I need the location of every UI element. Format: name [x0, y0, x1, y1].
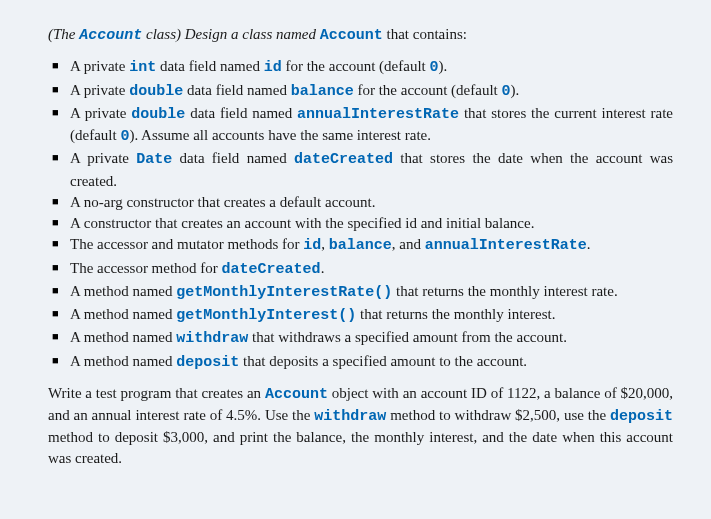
text-segment: A method named — [70, 283, 176, 299]
list-item: A private int data field named id for th… — [48, 56, 673, 78]
text-segment: for the account (default — [282, 58, 430, 74]
code-token: deposit — [610, 408, 673, 425]
intro-classname-1: Account — [79, 27, 142, 44]
code-token: Account — [265, 386, 328, 403]
code-token: dateCreated — [222, 261, 321, 278]
code-token: annualInterestRate — [297, 106, 459, 123]
code-token: 0 — [502, 83, 511, 100]
code-token: withdraw — [176, 330, 248, 347]
text-segment: method to withdraw $2,500, use the — [386, 407, 610, 423]
text-segment: ). — [511, 82, 520, 98]
code-token: deposit — [176, 354, 239, 371]
code-token: balance — [291, 83, 354, 100]
text-segment: ). — [439, 58, 448, 74]
intro-mid: class) Design a class named — [142, 26, 319, 42]
code-token: withdraw — [314, 408, 386, 425]
code-token: id — [303, 237, 321, 254]
intro-open: (The — [48, 26, 79, 42]
text-segment: data field named — [156, 58, 263, 74]
list-item: A no-arg constructor that creates a defa… — [48, 192, 673, 212]
text-segment: The accessor and mutator methods for — [70, 236, 303, 252]
code-token: getMonthlyInterestRate() — [176, 284, 392, 301]
code-token: double — [131, 106, 185, 123]
list-item: A method named deposit that deposits a s… — [48, 351, 673, 373]
text-segment: A private — [70, 150, 136, 166]
list-item: A method named withdraw that withdraws a… — [48, 327, 673, 349]
text-segment: A no-arg constructor that creates a defa… — [70, 194, 375, 210]
text-segment: . — [587, 236, 591, 252]
code-token: 0 — [430, 59, 439, 76]
code-token: id — [264, 59, 282, 76]
list-item: A method named getMonthlyInterest() that… — [48, 304, 673, 326]
code-token: getMonthlyInterest() — [176, 307, 356, 324]
text-segment: that deposits a specified amount to the … — [239, 353, 527, 369]
text-segment: for the account (default — [354, 82, 502, 98]
text-segment: that returns the monthly interest rate. — [392, 283, 617, 299]
text-segment: ). Assume all accounts have the same int… — [129, 127, 431, 143]
intro-end: that contains: — [383, 26, 467, 42]
footer-paragraph: Write a test program that creates an Acc… — [48, 383, 673, 468]
code-token: Date — [136, 151, 172, 168]
text-segment: . — [321, 260, 325, 276]
list-item: The accessor and mutator methods for id,… — [48, 234, 673, 256]
list-item: A constructor that creates an account wi… — [48, 213, 673, 233]
text-segment: , and — [392, 236, 425, 252]
code-token: dateCreated — [294, 151, 393, 168]
text-segment: A method named — [70, 329, 176, 345]
text-segment: A private — [70, 105, 131, 121]
text-segment: A private — [70, 58, 129, 74]
code-token: int — [129, 59, 156, 76]
text-segment: data field named — [185, 105, 297, 121]
text-segment: method to deposit $3,000, and print the … — [48, 429, 673, 465]
text-segment: data field named — [172, 150, 294, 166]
text-segment: that returns the monthly interest. — [356, 306, 555, 322]
text-segment: A private — [70, 82, 129, 98]
list-item: A private double data field named annual… — [48, 103, 673, 148]
text-segment: A method named — [70, 306, 176, 322]
text-segment: data field named — [183, 82, 290, 98]
code-token: annualInterestRate — [425, 237, 587, 254]
text-segment: A constructor that creates an account wi… — [70, 215, 534, 231]
intro-paragraph: (The Account class) Design a class named… — [48, 24, 673, 46]
text-segment: Write a test program that creates an — [48, 385, 265, 401]
code-token: balance — [329, 237, 392, 254]
code-token: double — [129, 83, 183, 100]
requirements-list: A private int data field named id for th… — [48, 56, 673, 373]
list-item: The accessor method for dateCreated. — [48, 258, 673, 280]
list-item: A private Date data field named dateCrea… — [48, 148, 673, 191]
text-segment: A method named — [70, 353, 176, 369]
list-item: A private double data field named balanc… — [48, 80, 673, 102]
text-segment: The accessor method for — [70, 260, 222, 276]
list-item: A method named getMonthlyInterestRate() … — [48, 281, 673, 303]
text-segment: that withdraws a specified amount from t… — [248, 329, 567, 345]
intro-classname-2: Account — [320, 27, 383, 44]
text-segment: , — [321, 236, 329, 252]
